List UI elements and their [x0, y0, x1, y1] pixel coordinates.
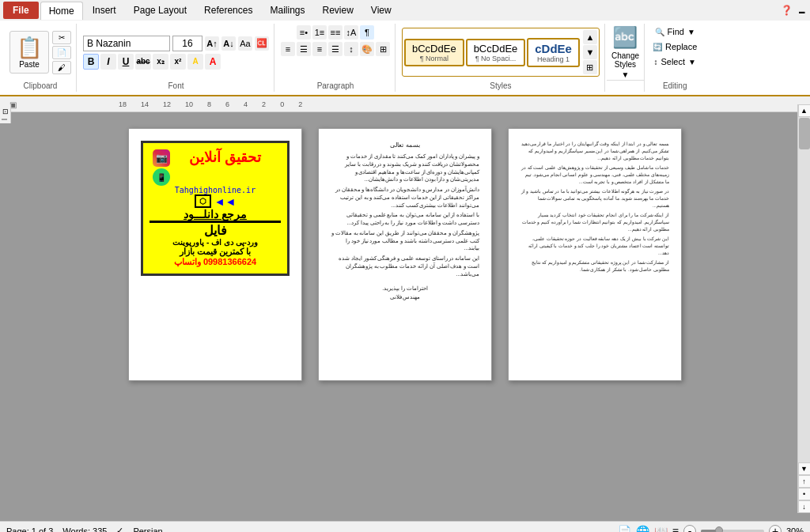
tab-file[interactable]: File [3, 2, 39, 19]
scroll-up-button[interactable]: ▲ [798, 104, 811, 117]
styles-scroll-down[interactable]: ▼ [583, 45, 597, 59]
left-margin-tools: ⊡ | [0, 112, 11, 123]
help-icon[interactable]: ❓ [781, 5, 793, 16]
zoom-level: 30% [786, 526, 804, 533]
vertical-scrollbar[interactable]: ▲ ▼ ↑ • ↓ [797, 104, 810, 513]
tab-review[interactable]: Review [314, 2, 361, 19]
find-icon: 🔍 [655, 28, 664, 36]
ad-arrows: ◄◄ ⬡ [150, 194, 281, 208]
numbering-button[interactable]: 1≡ [312, 25, 327, 40]
clipboard-small-btns: ✂ 📄 🖌 [52, 31, 71, 74]
styles-scroll-up[interactable]: ▲ [583, 30, 597, 44]
multilevel-button[interactable]: ≡≡ [328, 25, 343, 40]
find-label: Find [668, 27, 684, 36]
underline-button[interactable]: U [118, 54, 134, 70]
reading-layout-btn[interactable]: 📖 [654, 525, 668, 533]
scroll-page-down-button[interactable]: ↓ [798, 500, 811, 513]
align-center-button[interactable]: ☰ [297, 42, 311, 56]
word-count: Words: 335 [62, 526, 107, 533]
whatsapp-icon: 📱 [153, 168, 170, 186]
copy-button[interactable]: 📄 [52, 46, 71, 59]
styles-more[interactable]: ⊞ [583, 60, 597, 74]
clipboard-group: 📋 Paste ✂ 📄 🖌 Clipboard [5, 24, 77, 92]
change-styles-icon: 🔤 [612, 25, 638, 50]
scroll-page-up-button[interactable]: ↑ [798, 475, 811, 488]
font-size-input[interactable] [172, 36, 202, 51]
tab-view[interactable]: View [363, 2, 399, 19]
style-normal[interactable]: bCcDdEe ¶ Normal [404, 39, 464, 66]
ad-title: تحقیق آنلاین [170, 149, 281, 167]
paragraph-group: ≡• 1≡ ≡≡ ↕A ¶ ≡ ☰ ≡ ☰ ↕ 🎨 ⊞ Paragraph [276, 24, 396, 92]
paste-icon: 📋 [17, 36, 42, 60]
print-layout-btn[interactable]: 📄 [618, 525, 631, 533]
tab-page-layout[interactable]: Page Layout [126, 2, 195, 19]
zoom-out-button[interactable]: - [683, 525, 696, 533]
select-button[interactable]: ↕ Select ▼ [651, 55, 698, 68]
font-row2: B I U abc x₂ x² A A [83, 54, 269, 70]
replace-button[interactable]: 🔄 Replace [651, 40, 698, 53]
status-left: Page: 1 of 3 Words: 335 ✓ Persian [6, 526, 163, 532]
status-bar: Page: 1 of 3 Words: 335 ✓ Persian 📄 🌐 📖 … [0, 521, 810, 532]
font-color-button[interactable]: A [205, 54, 221, 70]
shading-button[interactable]: 🎨 [360, 42, 374, 56]
format-painter-button[interactable]: 🖌 [52, 61, 71, 74]
spell-check-icon[interactable]: ✓ [116, 526, 123, 532]
italic-button[interactable]: I [100, 54, 116, 70]
advertisement-box: تحقیق آنلاین 📷 📱 Tahghighonline.ir ◄◄ ⬡ … [141, 141, 290, 276]
scroll-down-button[interactable]: ▼ [798, 462, 811, 475]
borders-button[interactable]: ⊞ [376, 42, 390, 56]
text-highlight-button[interactable]: A [187, 54, 203, 70]
select-label: Select [660, 57, 685, 66]
scroll-dot-button[interactable]: • [798, 488, 811, 500]
change-styles-button[interactable]: 🔤 ChangeStyles ▼ [607, 24, 644, 81]
font-name-input[interactable] [83, 36, 170, 51]
language[interactable]: Persian [133, 526, 162, 533]
align-right-button[interactable]: ≡ [312, 42, 327, 56]
instagram-icon: 📷 [153, 149, 170, 167]
bullets-button[interactable]: ≡• [297, 25, 311, 40]
font-grow-button[interactable]: A↑ [205, 36, 219, 51]
page-2-text: بسمه تعالی و پیشران و پاداران امور کمک م… [331, 141, 479, 300]
page-3: بسمه تعالی و در ابتدا از اینکه وقت گرانب… [508, 128, 682, 381]
ad-url: Tahghighonline.ir [150, 186, 281, 194]
ad-price: با کمترین قیمت بازار [150, 247, 281, 257]
tab-references[interactable]: References [196, 2, 260, 19]
cut-button[interactable]: ✂ [52, 31, 71, 44]
tab-insert[interactable]: Insert [85, 2, 124, 19]
superscript-button[interactable]: x² [170, 54, 186, 70]
scroll-thumb[interactable] [799, 118, 810, 149]
tab-home[interactable]: Home [40, 2, 83, 20]
find-arrow: ▼ [687, 28, 695, 36]
actions-area: 🔤 ChangeStyles ▼ [607, 24, 645, 92]
show-marks-button[interactable]: ¶ [360, 25, 374, 40]
web-layout-btn[interactable]: 🌐 [636, 525, 649, 533]
style-no-spacing[interactable]: bCcDdEe ¶ No Spaci... [466, 39, 526, 66]
clipboard-label: Clipboard [5, 81, 76, 90]
ad-file-label: فایل [150, 223, 281, 238]
subscript-button[interactable]: x₂ [153, 54, 168, 70]
editing-group: 🔍 Find ▼ 🔄 Replace ↕ Select ▼ Editing [646, 24, 703, 92]
change-case-button[interactable]: Aa [238, 36, 252, 51]
font-shrink-button[interactable]: A↓ [221, 36, 236, 51]
select-arrow: ▼ [688, 58, 696, 66]
style-heading1[interactable]: cDdEe Heading 1 [527, 38, 580, 67]
paste-button[interactable]: 📋 Paste [9, 31, 49, 74]
bold-button[interactable]: B [83, 54, 99, 70]
justify-button[interactable]: ☰ [328, 42, 343, 56]
find-button[interactable]: 🔍 Find ▼ [651, 25, 698, 38]
strikethrough-button[interactable]: abc [135, 54, 151, 70]
minimize-icon[interactable]: 🗕 [797, 5, 807, 16]
clear-format-button[interactable]: 🆑 [255, 36, 269, 51]
page-3-text: بسمه تعالی و در ابتدا از اینکه وقت گرانب… [520, 141, 669, 274]
scroll-track [798, 117, 810, 462]
align-left-button[interactable]: ≡ [281, 42, 295, 56]
zoom-slider[interactable] [701, 530, 764, 533]
tab-mailings[interactable]: Mailings [262, 2, 312, 19]
outline-btn[interactable]: ≡ [672, 525, 679, 533]
indent-icon: | [2, 119, 9, 120]
line-spacing-button[interactable]: ↕ [344, 42, 358, 56]
page-1-content: تحقیق آنلاین 📷 📱 Tahghighonline.ir ◄◄ ⬡ … [129, 129, 301, 288]
paragraph-label: Paragraph [276, 81, 395, 90]
sort-button[interactable]: ↕A [344, 25, 358, 40]
zoom-in-button[interactable]: + [769, 525, 782, 533]
